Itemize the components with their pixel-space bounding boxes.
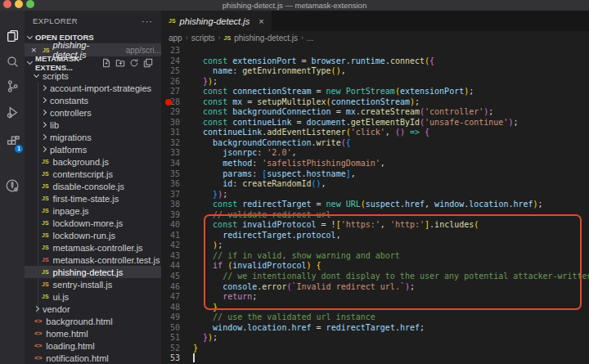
workspace-header[interactable]: METAMASK-EXTENS... [25,56,161,69]
code-line-31[interactable]: continueLink.addEventListener('click', (… [161,128,589,138]
tree-item-background.html[interactable]: <>background.html [25,315,161,327]
tree-item-vendor[interactable]: vendor [25,303,161,315]
tree-item-account-import-strategies[interactable]: account-import-strategies [25,82,161,94]
breadcrumb-item-scripts[interactable]: scripts [191,34,215,43]
tab-bar: JS phishing-detect.js × [161,11,589,31]
code-line-36[interactable]: id: createRandomId(), [161,179,589,190]
search-icon[interactable] [0,51,25,72]
tree-item-disable-console.js[interactable]: JSdisable-console.js [25,180,161,192]
tree-item-label: migrations [50,133,92,142]
js-file-icon: JS [224,35,232,41]
refresh-icon[interactable] [129,58,139,68]
code-line-35[interactable]: params: [suspect.hostname], [161,169,589,180]
code-line-23[interactable] [161,46,589,56]
chevron-right-icon [34,306,39,312]
tree-item-metamask-controller.test.js[interactable]: JSmetamask-controller.test.js [25,254,161,266]
tree-item-label: metamask-controller.js [53,243,143,253]
tab-phishing-detect[interactable]: JS phishing-detect.js × [161,11,272,31]
tree-item-label: scripts [43,71,69,81]
rocket-extension-icon[interactable] [0,175,25,196]
code-line-33[interactable]: jsonrpc: '2.0', [161,148,589,159]
code-line-41[interactable]: redirectTarget.protocol, [161,231,589,241]
html-file-icon: <> [34,330,42,337]
explorer-icon[interactable] [0,25,25,46]
js-file-icon: JS [169,18,176,24]
chevron-right-icon [41,110,47,115]
code-line-39[interactable]: // validate redirect url [161,210,589,221]
run-debug-icon[interactable] [0,101,25,123]
tree-item-first-time-state.js[interactable]: JSfirst-time-state.js [25,192,161,204]
tree-item-platforms[interactable]: platforms [25,143,161,155]
code-line-37[interactable]: }); [161,190,589,200]
tree-item-metamask-controller.js[interactable]: JSmetamask-controller.js [25,241,161,254]
file-tree: scriptsaccount-import-strategiesconstant… [25,70,161,364]
tab-label: phishing-detect.js [180,16,250,26]
code-lines[interactable]: const extensionPort = browser.runtime.co… [161,46,589,364]
js-file-icon: JS [42,294,49,299]
code-line-43[interactable]: // if in valid, show warning and abort [161,251,589,262]
window-title: phishing-detect.js — metamask-extension [0,0,589,11]
tree-item-background.js[interactable]: JSbackground.js [25,155,161,168]
js-file-icon: JS [43,47,50,53]
tree-item-label: phishing-detect.js [53,267,124,277]
breadcrumb-item-...[interactable]: ... [307,34,313,43]
code-line-38[interactable]: const redirectTarget = new URL(suspect.h… [161,200,589,210]
tree-item-lockdown-more.js[interactable]: JSlockdown-more.js [25,217,161,229]
code-line-48[interactable]: } [161,303,589,313]
code-editor[interactable]: 2324252627282930313233343536373839404142… [161,44,589,364]
breadcrumb: app›scripts›JSphishing-detect.js›... [161,31,589,44]
tree-item-label: lockdown-more.js [53,218,124,228]
sidebar-title: EXPLORER [33,16,78,25]
js-file-icon: JS [42,171,49,177]
code-line-32[interactable]: backgroundConnection.write({ [161,138,589,149]
code-line-50[interactable]: window.location.href = redirectTarget.hr… [161,323,589,334]
source-control-icon[interactable] [0,75,25,97]
tree-item-phishing-detect.js[interactable]: JSphishing-detect.js [25,266,161,278]
code-line-30[interactable]: const continueLink = document.getElement… [161,118,589,128]
code-line-51[interactable]: }); [161,333,589,344]
tree-item-label: loading.html [46,341,94,351]
code-line-49[interactable]: // use the validated url instance [161,312,589,323]
code-line-40[interactable]: const invalidProtocol = !['https:', 'htt… [161,220,589,231]
code-line-44[interactable]: if (invalidProtocol) { [161,261,589,272]
new-folder-icon[interactable] [115,58,125,68]
code-line-47[interactable]: return; [161,292,589,303]
code-line-53[interactable] [161,353,589,364]
tree-item-inpage.js[interactable]: JSinpage.js [25,204,161,217]
tree-item-ui.js[interactable]: JSui.js [25,290,161,303]
tree-item-lockdown-run.js[interactable]: JSlockdown-run.js [25,229,161,241]
js-file-icon: JS [42,220,49,226]
code-line-26[interactable]: }); [161,77,589,88]
code-line-28[interactable]: const mx = setupMultiplex(connectionStre… [161,97,589,108]
code-line-46[interactable]: console.error(`Invalid redirect url.`); [161,282,589,293]
tree-item-migrations[interactable]: migrations [25,131,161,143]
tree-item-home.html[interactable]: <>home.html [25,327,161,339]
tree-item-contentscript.js[interactable]: JScontentscript.js [25,168,161,180]
tree-item-notification.html[interactable]: <>notification.html [25,352,161,364]
tree-item-scripts[interactable]: scripts [25,70,161,82]
tree-item-lib[interactable]: lib [25,119,161,131]
breadcrumb-separator: › [186,34,188,42]
breadcrumb-item-app[interactable]: app [169,34,182,43]
more-actions-icon[interactable]: ··· [142,16,153,26]
code-line-45[interactable]: // we intentionally dont display to the … [161,272,589,282]
code-line-25[interactable]: name: getEnvironmentType(), [161,66,589,77]
tree-item-constants[interactable]: constants [25,94,161,106]
tree-item-loading.html[interactable]: <>loading.html [25,339,161,352]
tree-item-label: vendor [43,304,70,314]
collapse-all-icon[interactable] [143,58,153,68]
code-line-27[interactable]: const connectionStream = new PortStream(… [161,87,589,97]
code-line-34[interactable]: method: 'safelistPhishingDomain', [161,159,589,169]
close-tab-icon[interactable]: × [259,16,263,26]
tree-item-controllers[interactable]: controllers [25,106,161,119]
extensions-icon[interactable]: 1 [0,130,25,151]
code-line-29[interactable]: const backgroundConnection = mx.createSt… [161,107,589,118]
tree-item-sentry-install.js[interactable]: JSsentry-install.js [25,278,161,290]
code-line-42[interactable]: ); [161,240,589,251]
tree-item-label: disable-console.js [53,182,124,191]
code-line-52[interactable]: } [161,344,589,354]
new-file-icon[interactable] [101,58,111,68]
breadcrumb-item-phishing-detect.js[interactable]: phishing-detect.js [234,34,298,43]
code-line-24[interactable]: const extensionPort = browser.runtime.co… [161,56,589,67]
chevron-right-icon [41,146,47,152]
